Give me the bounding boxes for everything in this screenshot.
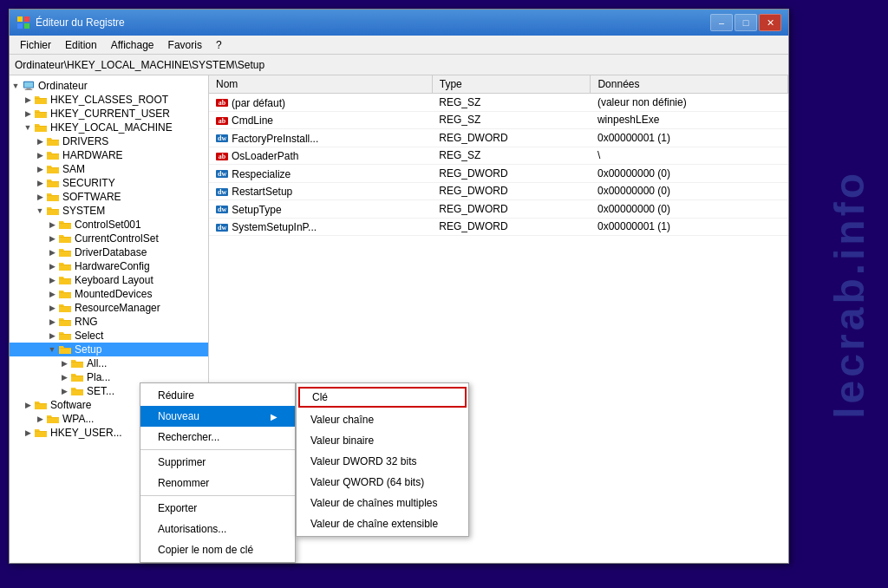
tree-arrow[interactable]	[58, 385, 70, 397]
folder-icon	[58, 288, 72, 300]
tree-item[interactable]: MountedDevices	[10, 287, 208, 301]
tree-item[interactable]: Ordinateur	[10, 79, 208, 93]
tree-item[interactable]: HARDWARE	[10, 148, 208, 162]
tree-item[interactable]: DRIVERS	[10, 134, 208, 148]
tree-item[interactable]: HardwareConfig	[10, 259, 208, 273]
tree-arrow[interactable]	[46, 219, 58, 231]
cell-type: REG_DWORD	[432, 182, 591, 200]
tree-arrow[interactable]	[34, 177, 46, 189]
submenu-item[interactable]: Valeur DWORD 32 bits	[297, 451, 468, 472]
tree-item[interactable]: All...	[10, 356, 208, 370]
submenu-item[interactable]: Clé	[298, 387, 467, 408]
menu-help[interactable]: ?	[209, 37, 229, 53]
tree-arrow[interactable]	[34, 205, 46, 217]
tree-arrow[interactable]	[22, 427, 34, 439]
menu-edition[interactable]: Edition	[58, 37, 104, 53]
cell-data: (valeur non définie)	[591, 94, 788, 112]
tree-arrow[interactable]	[22, 94, 34, 106]
tree-arrow[interactable]	[46, 246, 58, 258]
context-menu-item[interactable]: Copier le nom de clé	[140, 539, 295, 560]
tree-arrow[interactable]	[34, 163, 46, 175]
tree-item[interactable]: SOFTWARE	[10, 190, 208, 204]
table-row[interactable]: dw Respecialize REG_DWORD 0x00000000 (0)	[209, 165, 788, 183]
tree-item[interactable]: HKEY_LOCAL_MACHINE	[10, 121, 208, 134]
table-row[interactable]: ab CmdLine REG_SZ winpeshLExe	[209, 111, 788, 129]
tree-item[interactable]: Setup	[10, 343, 208, 356]
menu-affichage[interactable]: Affichage	[104, 37, 161, 53]
table-row[interactable]: dw SystemSetupInP... REG_DWORD 0x0000000…	[209, 218, 788, 236]
minimize-button[interactable]: –	[710, 14, 733, 31]
close-button[interactable]: ✕	[759, 14, 781, 31]
tree-arrow[interactable]	[46, 260, 58, 272]
tree-arrow[interactable]	[22, 108, 34, 120]
tree-label: DriverDatabase	[75, 246, 147, 258]
svg-rect-1	[24, 16, 29, 22]
submenu-item[interactable]: Valeur chaîne	[297, 409, 468, 430]
context-menu-item[interactable]: Exporter	[140, 498, 295, 519]
tree-arrow[interactable]	[34, 191, 46, 203]
table-row[interactable]: ab (par défaut) REG_SZ (valeur non défin…	[209, 94, 788, 112]
submenu-arrow-icon: ▶	[271, 412, 278, 421]
menu-favoris[interactable]: Favoris	[161, 37, 209, 53]
tree-arrow[interactable]	[34, 149, 46, 161]
submenu-item-label: Valeur chaîne	[310, 414, 374, 426]
context-menu-label: Rechercher...	[158, 431, 219, 443]
tree-arrow[interactable]	[34, 135, 46, 147]
tree-item[interactable]: SECURITY	[10, 176, 208, 190]
svg-rect-6	[26, 88, 30, 89]
menu-fichier[interactable]: Fichier	[13, 37, 58, 53]
table-row[interactable]: dw RestartSetup REG_DWORD 0x00000000 (0)	[209, 182, 788, 200]
maximize-button[interactable]: □	[735, 14, 757, 31]
tree-item[interactable]: RNG	[10, 315, 208, 329]
submenu-item[interactable]: Valeur de chaînes multiples	[297, 493, 468, 513]
tree-item[interactable]: HKEY_CLASSES_ROOT	[10, 93, 208, 107]
tree-arrow[interactable]	[46, 316, 58, 328]
submenu-item[interactable]: Valeur QWORD (64 bits)	[297, 472, 468, 493]
tree-arrow[interactable]	[58, 357, 70, 369]
cell-type: REG_DWORD	[432, 200, 591, 219]
tree-label: SET...	[87, 385, 114, 397]
tree-arrow[interactable]	[22, 121, 34, 134]
submenu-item-label: Valeur de chaînes multiples	[310, 497, 438, 509]
tree-arrow[interactable]	[46, 343, 58, 356]
context-menu-item[interactable]: Supprimer	[140, 452, 295, 473]
cell-nom: dw Respecialize	[209, 165, 432, 183]
tree-item[interactable]: ResourceManager	[10, 301, 208, 315]
tree-arrow[interactable]	[46, 302, 58, 314]
tree-arrow[interactable]	[10, 80, 22, 92]
window-controls: – □ ✕	[710, 14, 781, 31]
context-menu-item[interactable]: Réduire	[140, 385, 295, 406]
submenu-item[interactable]: Valeur binaire	[297, 430, 468, 451]
submenu-item[interactable]: Valeur de chaîne extensible	[297, 513, 468, 534]
tree-item[interactable]: Keyboard Layout	[10, 273, 208, 287]
tree-label: HKEY_USER...	[50, 427, 122, 439]
tree-arrow[interactable]	[34, 413, 46, 425]
context-menu-item[interactable]: Autorisations...	[140, 519, 295, 539]
cell-nom: dw SystemSetupInP...	[209, 218, 432, 236]
context-menu-item[interactable]: Renommer	[140, 473, 295, 493]
tree-arrow[interactable]	[46, 232, 58, 245]
tree-item[interactable]: DriverDatabase	[10, 245, 208, 259]
context-menu-item[interactable]: Rechercher...	[140, 427, 295, 448]
context-menu-label: Réduire	[158, 389, 194, 402]
tree-arrow[interactable]	[46, 288, 58, 300]
table-row[interactable]: dw SetupType REG_DWORD 0x00000000 (0)	[209, 200, 788, 219]
table-row[interactable]: dw FactoryPreInstall... REG_DWORD 0x0000…	[209, 129, 788, 147]
tree-arrow[interactable]	[46, 274, 58, 286]
tree-item[interactable]: ControlSet001	[10, 218, 208, 232]
cell-data: 0x00000001 (1)	[591, 218, 788, 236]
tree-label: DRIVERS	[62, 135, 108, 147]
tree-item[interactable]: SYSTEM	[10, 204, 208, 218]
tree-arrow[interactable]	[46, 330, 58, 342]
folder-icon	[58, 302, 72, 314]
tree-arrow[interactable]	[22, 399, 34, 411]
tree-item[interactable]: SAM	[10, 162, 208, 176]
tree-item[interactable]: CurrentControlSet	[10, 232, 208, 245]
tree-label: CurrentControlSet	[75, 232, 159, 245]
tree-item[interactable]: HKEY_CURRENT_USER	[10, 107, 208, 121]
folder-icon	[46, 191, 60, 203]
context-menu-item[interactable]: Nouveau▶	[140, 406, 295, 427]
tree-arrow[interactable]	[58, 371, 70, 383]
tree-item[interactable]: Select	[10, 329, 208, 343]
table-row[interactable]: ab OsLoaderPath REG_SZ \	[209, 147, 788, 165]
